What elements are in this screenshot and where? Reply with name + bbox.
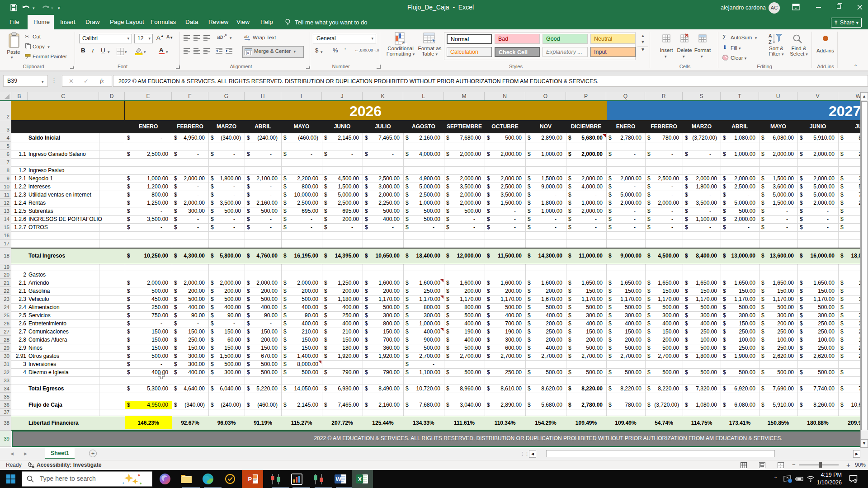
svg-text:A: A: [769, 33, 772, 38]
svg-text:≠: ≠: [402, 40, 405, 45]
svg-text:Z: Z: [769, 39, 772, 45]
svg-text:a: a: [247, 51, 249, 55]
svg-text:ab: ab: [244, 34, 249, 39]
svg-text:W: W: [336, 476, 342, 483]
svg-text:X: X: [358, 476, 362, 483]
svg-text:P: P: [248, 476, 252, 483]
